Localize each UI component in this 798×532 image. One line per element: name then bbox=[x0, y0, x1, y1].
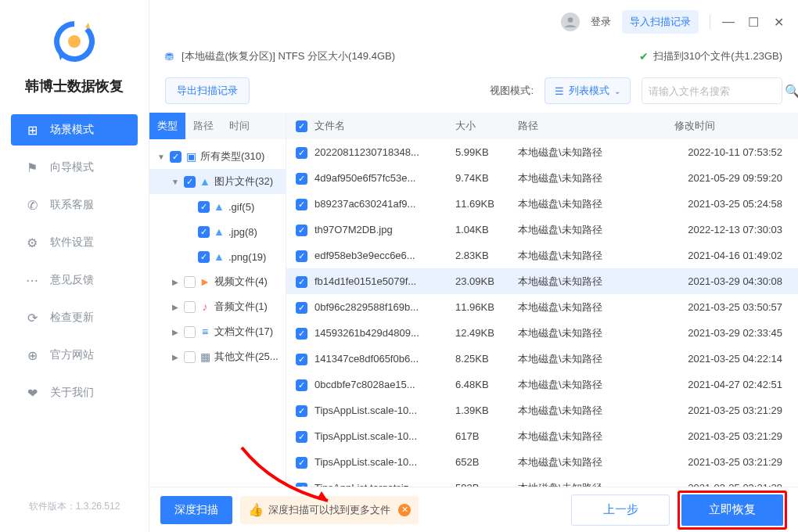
nav-label: 意见反馈 bbox=[50, 273, 94, 287]
nav-item-about[interactable]: ❤关于我们 bbox=[11, 377, 138, 408]
close-icon[interactable]: ✕ bbox=[771, 15, 785, 29]
col-size[interactable]: 大小 bbox=[455, 119, 518, 133]
tree-node[interactable]: ▶♪音频文件(1) bbox=[149, 294, 286, 319]
table-row[interactable]: TipsAppList.scale-10...1.39KB本地磁盘\未知路径20… bbox=[286, 397, 798, 423]
table-header: 文件名 大小 路径 修改时间 bbox=[286, 113, 798, 139]
tree-checkbox[interactable] bbox=[170, 151, 182, 163]
disk-row: ⛃ [本地磁盘(恢复分区)] NTFS 分区大小(149.4GB) ✔ 扫描到3… bbox=[149, 44, 798, 69]
tree-node[interactable]: ▼▲图片文件(32) bbox=[149, 169, 286, 194]
tree-tab[interactable]: 类型 bbox=[149, 113, 185, 139]
row-checkbox[interactable] bbox=[296, 147, 307, 159]
nav-item-support[interactable]: ✆联系客服 bbox=[11, 189, 138, 221]
twisty-icon[interactable]: ▼ bbox=[170, 178, 181, 186]
sidebar: 韩博士数据恢复 ⊞场景模式⚑向导模式✆联系客服⚙软件设置⋯意见反馈⟳检查更新⊕官… bbox=[0, 0, 149, 532]
table-row[interactable]: edf958eb3e9ecc6e6...2.83KB本地磁盘\未知路径2021-… bbox=[286, 243, 798, 268]
file-size: 9.74KB bbox=[455, 172, 518, 184]
file-name: 0bcdbfe7c8028ae15... bbox=[315, 379, 455, 390]
table-row[interactable]: TipsAppList.scale-10...652B本地磁盘\未知路径2021… bbox=[286, 449, 798, 475]
col-path[interactable]: 路径 bbox=[518, 119, 674, 133]
row-checkbox[interactable] bbox=[296, 354, 307, 365]
viewmode-label: 视图模式: bbox=[490, 84, 534, 98]
tree-tab[interactable]: 时间 bbox=[221, 113, 257, 139]
tree-checkbox[interactable] bbox=[198, 201, 210, 213]
tree-checkbox[interactable] bbox=[184, 351, 196, 363]
col-name[interactable]: 文件名 bbox=[315, 119, 455, 133]
table-row[interactable]: 141347ce8df065f0b6...8.25KB本地磁盘\未知路径2021… bbox=[286, 346, 798, 372]
tree-node[interactable]: ▶►视频文件(4) bbox=[149, 269, 286, 294]
row-checkbox[interactable] bbox=[296, 379, 307, 391]
tree-tab[interactable]: 路径 bbox=[185, 113, 221, 139]
tree-checkbox[interactable] bbox=[184, 326, 196, 338]
table-row[interactable]: b89237ac630241af9...11.69KB本地磁盘\未知路径2021… bbox=[286, 191, 798, 217]
tree-node[interactable]: ▼▣所有类型(310) bbox=[149, 144, 286, 169]
prev-button[interactable]: 上一步 bbox=[571, 494, 670, 526]
row-checkbox[interactable] bbox=[296, 457, 307, 469]
tree-node[interactable]: ▶▦其他文件(25... bbox=[149, 344, 286, 369]
nav-item-update[interactable]: ⟳检查更新 bbox=[11, 302, 138, 333]
nav-item-wizard[interactable]: ⚑向导模式 bbox=[11, 152, 138, 183]
table-row[interactable]: TipsAppList.targetsiz...593B本地磁盘\未知路径202… bbox=[286, 475, 798, 487]
file-name: TipsAppList.scale-10... bbox=[315, 404, 455, 416]
row-checkbox[interactable] bbox=[296, 225, 307, 236]
minimize-icon[interactable]: — bbox=[721, 15, 735, 29]
recover-button[interactable]: 立即恢复 bbox=[681, 494, 783, 526]
table-row[interactable]: fb14d1fe0151e5079f...23.09KB本地磁盘\未知路径202… bbox=[286, 268, 798, 294]
table-row[interactable]: 14593261b429d4809...12.49KB本地磁盘\未知路径2021… bbox=[286, 320, 798, 346]
viewmode-button[interactable]: ☰ 列表模式 ⌄ bbox=[545, 77, 631, 104]
file-path: 本地磁盘\未知路径 bbox=[518, 171, 674, 185]
row-checkbox[interactable] bbox=[296, 302, 307, 314]
tree-label: 文档文件(17) bbox=[214, 325, 273, 339]
deep-scan-button[interactable]: 深度扫描 bbox=[160, 496, 232, 524]
table-row[interactable]: th97O7M2DB.jpg1.04KB本地磁盘\未知路径2022-12-13 … bbox=[286, 217, 798, 243]
table-row[interactable]: 20220811230718348...5.99KB本地磁盘\未知路径2022-… bbox=[286, 139, 798, 165]
row-checkbox[interactable] bbox=[296, 276, 307, 288]
tree-checkbox[interactable] bbox=[184, 176, 196, 188]
file-name: th97O7M2DB.jpg bbox=[315, 224, 455, 235]
close-hint-icon[interactable]: ✕ bbox=[398, 504, 411, 516]
tree-checkbox[interactable] bbox=[184, 301, 196, 313]
tree-node[interactable]: ▲.gif(5) bbox=[149, 194, 286, 219]
row-checkbox[interactable] bbox=[296, 328, 307, 340]
search-icon[interactable]: 🔍 bbox=[785, 84, 798, 99]
tree-node[interactable]: ▲.jpg(8) bbox=[149, 219, 286, 244]
tree-checkbox[interactable] bbox=[198, 226, 210, 238]
row-checkbox[interactable] bbox=[296, 405, 307, 417]
import-scan-link[interactable]: 导入扫描记录 bbox=[622, 10, 699, 34]
twisty-icon[interactable]: ▼ bbox=[156, 153, 167, 161]
maximize-icon[interactable]: ☐ bbox=[746, 15, 760, 29]
col-mtime[interactable]: 修改时间 bbox=[674, 119, 798, 133]
row-checkbox[interactable] bbox=[296, 250, 307, 262]
table-row[interactable]: 0bcdbfe7c8028ae15...6.48KB本地磁盘\未知路径2021-… bbox=[286, 372, 798, 397]
nav-item-scene[interactable]: ⊞场景模式 bbox=[11, 114, 138, 146]
login-link[interactable]: 登录 bbox=[591, 15, 611, 29]
tree-checkbox[interactable] bbox=[198, 251, 210, 263]
table-row[interactable]: TipsAppList.scale-10...617B本地磁盘\未知路径2021… bbox=[286, 423, 798, 449]
tree-node[interactable]: ▶≡文档文件(17) bbox=[149, 319, 286, 344]
nav-item-feedback[interactable]: ⋯意见反馈 bbox=[11, 264, 138, 296]
search-input[interactable] bbox=[649, 85, 780, 97]
file-size: 12.49KB bbox=[455, 327, 518, 339]
table-row[interactable]: 0bf96c2829588f169b...11.96KB本地磁盘\未知路径202… bbox=[286, 294, 798, 320]
table-row[interactable]: 4d9af950e6f57fc53e...9.74KB本地磁盘\未知路径2021… bbox=[286, 165, 798, 191]
select-all-checkbox[interactable] bbox=[296, 120, 307, 132]
file-mtime: 2022-10-11 07:53:52 bbox=[674, 146, 798, 158]
twisty-icon[interactable]: ▶ bbox=[170, 278, 181, 286]
avatar[interactable] bbox=[561, 13, 580, 31]
twisty-icon[interactable]: ▶ bbox=[170, 303, 181, 311]
nav-item-settings[interactable]: ⚙软件设置 bbox=[11, 227, 138, 258]
file-path: 本地磁盘\未知路径 bbox=[518, 404, 674, 418]
tree-checkbox[interactable] bbox=[184, 276, 196, 288]
row-checkbox[interactable] bbox=[296, 199, 307, 210]
img-icon: ▲ bbox=[213, 250, 225, 263]
twisty-icon[interactable]: ▶ bbox=[170, 328, 181, 336]
row-checkbox[interactable] bbox=[296, 173, 307, 185]
twisty-icon[interactable]: ▶ bbox=[170, 353, 181, 361]
file-name: 14593261b429d4809... bbox=[315, 327, 455, 339]
export-scan-button[interactable]: 导出扫描记录 bbox=[165, 77, 250, 104]
tree-node[interactable]: ▲.png(19) bbox=[149, 244, 286, 269]
toolbar: 导出扫描记录 视图模式: ☰ 列表模式 ⌄ 🔍 bbox=[149, 69, 798, 113]
row-checkbox[interactable] bbox=[296, 431, 307, 443]
refresh-icon: ⟳ bbox=[25, 311, 39, 325]
nav-item-website[interactable]: ⊕官方网站 bbox=[11, 340, 138, 371]
file-mtime: 2021-03-29 04:30:08 bbox=[674, 275, 798, 287]
